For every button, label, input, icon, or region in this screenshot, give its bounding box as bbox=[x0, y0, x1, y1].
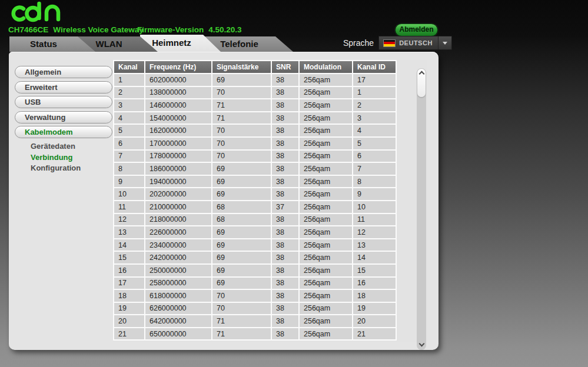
sidebar-item-usb[interactable]: USB bbox=[15, 96, 112, 108]
table-row: 51620000007038256qam4 bbox=[114, 125, 396, 136]
table-cell: 38 bbox=[272, 328, 298, 340]
sidebar-item-kabelmodem[interactable]: Kabelmodem bbox=[15, 126, 112, 138]
sidebar: Allgemein Erweitert USB Verwaltung Kabel… bbox=[15, 66, 112, 174]
table-cell: 170000000 bbox=[145, 138, 211, 149]
table-cell: 7 bbox=[114, 151, 144, 162]
scroll-down-icon[interactable] bbox=[420, 342, 423, 345]
table-row: 31460000007138256qam2 bbox=[114, 99, 396, 111]
table-cell: 69 bbox=[212, 265, 271, 276]
table-cell: 186000000 bbox=[145, 163, 211, 175]
table-cell: 69 bbox=[212, 74, 271, 86]
table-cell: 256qam bbox=[300, 252, 352, 263]
table-cell: 15 bbox=[353, 265, 396, 276]
table-cell: 256qam bbox=[300, 239, 352, 251]
table-cell: 68 bbox=[212, 201, 271, 213]
table-row: 81860000006938256qam7 bbox=[114, 163, 396, 175]
table-cell: 8 bbox=[353, 176, 396, 188]
table-cell: 250000000 bbox=[145, 265, 211, 276]
table-cell: 38 bbox=[272, 214, 298, 226]
table-cell: 12 bbox=[114, 214, 144, 226]
table-cell: 15 bbox=[114, 252, 144, 263]
table-cell: 10 bbox=[114, 188, 144, 200]
table-cell: 69 bbox=[212, 188, 271, 200]
table-cell: 71 bbox=[212, 112, 271, 124]
german-flag-icon bbox=[383, 39, 396, 47]
content-panel: Allgemein Erweitert USB Verwaltung Kabel… bbox=[9, 52, 438, 350]
table-cell: 11 bbox=[114, 201, 144, 213]
table-row: 112100000006837256qam10 bbox=[114, 201, 396, 213]
table-cell: 38 bbox=[272, 303, 298, 315]
language-dropdown-button[interactable] bbox=[438, 36, 451, 49]
table-cell: 1 bbox=[114, 74, 144, 86]
table-cell: 17 bbox=[353, 74, 396, 86]
table-cell: 38 bbox=[272, 278, 298, 289]
downstream-table-area: KanalFrequenz (Hz)SignalstärkeSNRModulat… bbox=[113, 60, 427, 342]
table-row: 216500000007138256qam21 bbox=[114, 328, 396, 340]
table-cell: 38 bbox=[272, 151, 298, 162]
table-cell: 2 bbox=[353, 99, 396, 111]
table-cell: 70 bbox=[212, 125, 271, 136]
table-cell: 256qam bbox=[300, 138, 352, 149]
table-cell: 20 bbox=[353, 315, 396, 327]
table-cell: 69 bbox=[212, 239, 271, 251]
table-cell: 256qam bbox=[300, 214, 352, 226]
table-row: 152420000006938256qam14 bbox=[114, 252, 396, 263]
table-cell: 38 bbox=[272, 74, 298, 86]
column-header: Signalstärke bbox=[212, 61, 271, 73]
language-selected-value: DEUTSCH bbox=[399, 39, 438, 46]
table-scrollbar[interactable] bbox=[417, 68, 426, 350]
table-cell: 3 bbox=[353, 112, 396, 124]
language-label: Sprache bbox=[343, 38, 374, 48]
table-cell: 38 bbox=[272, 99, 298, 111]
logout-button[interactable]: Abmelden bbox=[395, 24, 438, 36]
table-cell: 13 bbox=[114, 226, 144, 238]
scroll-up-icon[interactable] bbox=[420, 72, 423, 75]
downstream-channel-table: KanalFrequenz (Hz)SignalstärkeSNRModulat… bbox=[113, 60, 397, 341]
table-cell: 618000000 bbox=[145, 290, 211, 302]
table-cell: 38 bbox=[272, 87, 298, 99]
table-cell: 178000000 bbox=[145, 151, 211, 162]
column-header: SNR bbox=[272, 61, 298, 73]
table-cell: 1 bbox=[353, 87, 396, 99]
table-row: 132260000006938256qam12 bbox=[114, 226, 396, 238]
table-cell: 256qam bbox=[300, 290, 352, 302]
sidebar-link-verbindung[interactable]: Verbindung bbox=[15, 152, 112, 164]
table-cell: 71 bbox=[212, 315, 271, 327]
table-cell: 6 bbox=[353, 151, 396, 162]
table-cell: 256qam bbox=[300, 201, 352, 213]
table-cell: 16 bbox=[114, 265, 144, 276]
table-cell: 71 bbox=[212, 328, 271, 340]
table-cell: 256qam bbox=[300, 278, 352, 289]
sidebar-link-konfiguration[interactable]: Konfiguration bbox=[15, 163, 112, 174]
sidebar-item-erweitert[interactable]: Erweitert bbox=[15, 81, 112, 94]
table-cell: 256qam bbox=[300, 176, 352, 188]
table-cell: 38 bbox=[272, 188, 298, 200]
table-row: 21380000007038256qam1 bbox=[114, 87, 396, 99]
table-cell: 218000000 bbox=[145, 214, 211, 226]
language-dropdown[interactable]: DEUTSCH bbox=[378, 36, 452, 50]
table-cell: 38 bbox=[272, 176, 298, 188]
table-cell: 12 bbox=[353, 226, 396, 238]
table-cell: 69 bbox=[212, 278, 271, 289]
table-cell: 650000000 bbox=[145, 328, 211, 340]
table-cell: 4 bbox=[353, 125, 396, 136]
table-cell: 70 bbox=[212, 151, 271, 162]
table-cell: 38 bbox=[272, 125, 298, 136]
table-row: 41540000007138256qam3 bbox=[114, 112, 396, 124]
table-cell: 68 bbox=[212, 214, 271, 226]
sidebar-item-verwaltung[interactable]: Verwaltung bbox=[15, 111, 112, 124]
firmware-version: 4.50.20.3 bbox=[208, 25, 241, 34]
table-cell: 256qam bbox=[300, 99, 352, 111]
sidebar-link-geraetedaten[interactable]: Gerätedaten bbox=[15, 141, 112, 152]
table-cell: 256qam bbox=[300, 315, 352, 327]
table-row: 91940000006938256qam8 bbox=[114, 176, 396, 188]
table-cell: 226000000 bbox=[145, 226, 211, 238]
table-cell: 38 bbox=[272, 265, 298, 276]
table-cell: 11 bbox=[353, 214, 396, 226]
language-row: Sprache DEUTSCH bbox=[343, 36, 452, 50]
sidebar-item-allgemein[interactable]: Allgemein bbox=[15, 66, 112, 78]
table-cell: 38 bbox=[272, 252, 298, 263]
table-cell: 10 bbox=[353, 201, 396, 213]
table-row: 102020000006938256qam9 bbox=[114, 188, 396, 200]
table-cell: 210000000 bbox=[145, 201, 211, 213]
